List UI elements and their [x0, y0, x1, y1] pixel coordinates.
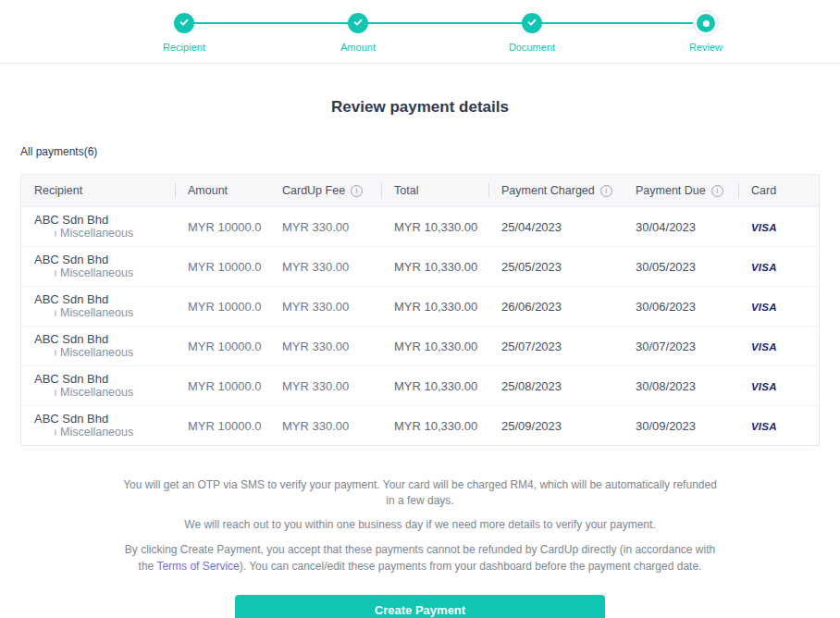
payment-category: Miscellaneous	[34, 346, 171, 360]
payment-category: Miscellaneous	[34, 227, 171, 241]
payment-category: Miscellaneous	[34, 426, 171, 439]
step-completed-circle	[174, 13, 194, 33]
table-row: ABC Sdn Bhd Miscellaneous MYR 10000.0 MY…	[21, 405, 819, 445]
create-payment-button[interactable]: Create Payment	[235, 595, 605, 618]
table-row: ABC Sdn Bhd Miscellaneous MYR 10000.0 MY…	[21, 326, 819, 365]
total-cell: MYR 10,330.00	[381, 414, 488, 439]
total-cell: MYR 10,330.00	[381, 294, 488, 319]
stepper-connector-line	[184, 22, 706, 24]
recipient-cell: ABC Sdn Bhd Miscellaneous	[21, 207, 175, 246]
payment-due-cell: 30/04/2023	[623, 215, 738, 240]
step-label: Recipient	[163, 42, 205, 53]
payments-table: Recipient Amount CardUp Fee Total Paymen…	[20, 174, 820, 446]
table-row: ABC Sdn Bhd Miscellaneous MYR 10000.0 MY…	[21, 286, 819, 326]
table-header-row: Recipient Amount CardUp Fee Total Paymen…	[21, 175, 819, 206]
total-cell: MYR 10,330.00	[381, 254, 488, 279]
info-icon[interactable]	[711, 185, 723, 197]
visa-icon: VISA	[751, 341, 777, 352]
card-cell: VISA	[738, 374, 819, 399]
fee-cell: MYR 330.00	[269, 254, 381, 279]
fee-cell: MYR 330.00	[269, 215, 381, 240]
visa-icon: VISA	[751, 421, 777, 432]
stepper-step-recipient[interactable]: Recipient	[124, 10, 244, 53]
payment-charged-cell: 25/08/2023	[488, 374, 623, 399]
amount-cell: MYR 10000.0	[175, 215, 269, 240]
payment-due-cell: 30/07/2023	[623, 334, 738, 359]
header-total: Total	[381, 175, 488, 206]
header-cardup-fee: CardUp Fee	[269, 175, 381, 206]
progress-stepper: Recipient Amount Document Re	[0, 0, 840, 64]
payment-due-cell: 30/09/2023	[623, 414, 738, 439]
recipient-cell: ABC Sdn Bhd Miscellaneous	[21, 247, 175, 286]
refund-policy-note: By clicking Create Payment, you accept t…	[118, 542, 722, 575]
payment-due-cell: 30/08/2023	[623, 374, 738, 399]
recipient-cell: ABC Sdn Bhd Miscellaneous	[21, 327, 175, 365]
fee-cell: MYR 330.00	[269, 374, 381, 399]
payment-category: Miscellaneous	[34, 306, 171, 320]
table-row: ABC Sdn Bhd Miscellaneous MYR 10000.0 MY…	[21, 206, 819, 246]
sub-item-mark	[55, 389, 56, 396]
card-cell: VISA	[738, 334, 819, 359]
footer-notes: You will get an OTP via SMS to verify yo…	[0, 477, 840, 575]
recipient-name: ABC Sdn Bhd	[34, 213, 171, 227]
header-payment-due: Payment Due	[623, 175, 738, 206]
stepper-step-review[interactable]: Review	[646, 10, 766, 53]
recipient-cell: ABC Sdn Bhd Miscellaneous	[21, 406, 175, 445]
check-icon	[352, 15, 364, 31]
card-cell: VISA	[738, 254, 819, 279]
header-payment-charged: Payment Charged	[488, 175, 623, 206]
payment-due-cell: 30/05/2023	[623, 254, 738, 279]
visa-icon: VISA	[751, 381, 777, 392]
step-label: Review	[689, 42, 723, 53]
verification-note: We will reach out to you within one busi…	[0, 517, 840, 533]
stepper-step-document[interactable]: Document	[472, 10, 592, 53]
recipient-name: ABC Sdn Bhd	[34, 372, 171, 386]
amount-cell: MYR 10000.0	[175, 294, 269, 319]
payment-category: Miscellaneous	[34, 266, 171, 280]
step-label: Amount	[340, 42, 376, 53]
amount-cell: MYR 10000.0	[175, 254, 269, 279]
step-label: Document	[509, 42, 555, 53]
page-title: Review payment details	[0, 64, 840, 117]
fee-cell: MYR 330.00	[269, 294, 381, 319]
sub-item-mark	[55, 429, 56, 436]
sub-item-mark	[55, 270, 56, 277]
step-completed-circle	[348, 13, 368, 33]
payment-category: Miscellaneous	[34, 386, 171, 400]
info-icon[interactable]	[600, 185, 612, 197]
sub-item-mark	[55, 230, 56, 237]
payment-charged-cell: 26/06/2023	[488, 294, 623, 319]
fee-cell: MYR 330.00	[269, 414, 381, 439]
visa-icon: VISA	[751, 302, 777, 313]
amount-cell: MYR 10000.0	[175, 334, 269, 359]
terms-of-service-link[interactable]: Terms of Service	[156, 560, 239, 573]
recipient-cell: ABC Sdn Bhd Miscellaneous	[21, 287, 175, 326]
recipient-name: ABC Sdn Bhd	[34, 292, 171, 306]
check-icon	[179, 15, 190, 31]
recipient-name: ABC Sdn Bhd	[34, 332, 171, 346]
table-body: ABC Sdn Bhd Miscellaneous MYR 10000.0 MY…	[21, 206, 819, 445]
table-row: ABC Sdn Bhd Miscellaneous MYR 10000.0 MY…	[21, 246, 819, 286]
recipient-name: ABC Sdn Bhd	[34, 253, 171, 266]
info-icon[interactable]	[351, 185, 363, 197]
visa-icon: VISA	[751, 222, 777, 233]
payment-charged-cell: 25/05/2023	[488, 254, 623, 279]
payment-charged-cell: 25/04/2023	[488, 215, 623, 240]
table-row: ABC Sdn Bhd Miscellaneous MYR 10000.0 MY…	[21, 365, 819, 405]
total-cell: MYR 10,330.00	[381, 215, 488, 240]
fee-cell: MYR 330.00	[269, 334, 381, 359]
payment-charged-cell: 25/07/2023	[488, 334, 623, 359]
payment-due-cell: 30/06/2023	[623, 294, 738, 319]
card-cell: VISA	[738, 414, 819, 439]
header-amount: Amount	[175, 175, 269, 206]
all-payments-count: All payments(6)	[20, 145, 840, 158]
header-recipient: Recipient	[21, 175, 175, 206]
total-cell: MYR 10,330.00	[381, 334, 488, 359]
recipient-name: ABC Sdn Bhd	[34, 412, 171, 426]
amount-cell: MYR 10000.0	[175, 374, 269, 399]
card-cell: VISA	[738, 294, 819, 319]
header-card: Card	[738, 175, 819, 206]
payment-charged-cell: 25/09/2023	[488, 414, 623, 439]
stepper-step-amount[interactable]: Amount	[298, 10, 418, 53]
sub-item-mark	[55, 310, 56, 316]
